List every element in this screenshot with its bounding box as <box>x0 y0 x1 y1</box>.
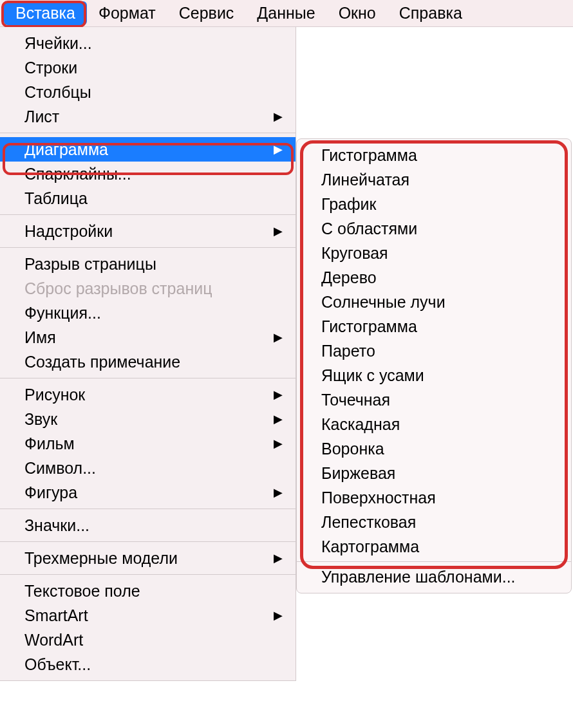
menubar-item-tools[interactable]: Сервис <box>167 1 246 25</box>
menu-item-label: Создать примечание <box>24 353 180 371</box>
menu-item-new-comment[interactable]: Создать примечание <box>0 350 296 374</box>
submenu-item-stock[interactable]: Биржевая <box>297 461 571 485</box>
submenu-item-histogram2[interactable]: Гистограмма <box>297 314 571 339</box>
submenu-item-surface[interactable]: Поверхностная <box>297 485 571 510</box>
insert-dropdown: Ячейки... Строки Столбцы Лист▶ Диаграмма… <box>0 27 296 681</box>
menu-item-label: Трехмерные модели <box>24 549 178 568</box>
submenu-item-manage-templates[interactable]: Управление шаблонами... <box>297 565 571 589</box>
submenu-item-area[interactable]: С областями <box>297 216 571 241</box>
submenu-arrow-icon: ▶ <box>274 436 283 451</box>
submenu-arrow-icon: ▶ <box>274 224 283 238</box>
menu-item-name[interactable]: Имя▶ <box>0 325 296 350</box>
submenu-arrow-icon: ▶ <box>274 109 283 124</box>
menu-item-label: Рисунок <box>24 386 85 404</box>
submenu-separator <box>297 561 571 562</box>
menu-item-picture[interactable]: Рисунок▶ <box>0 382 296 407</box>
submenu-item-radar[interactable]: Лепестковая <box>297 510 571 534</box>
menu-item-function[interactable]: Функция... <box>0 301 296 325</box>
submenu-item-sunburst[interactable]: Солнечные лучи <box>297 290 571 314</box>
menu-item-pagebreak[interactable]: Разрыв страницы <box>0 252 296 276</box>
menu-item-label: Текстовое поле <box>24 582 140 601</box>
submenu-arrow-icon: ▶ <box>274 412 283 426</box>
submenu-item-treemap[interactable]: Дерево <box>297 265 571 290</box>
submenu-item-map[interactable]: Картограмма <box>297 534 571 559</box>
menu-item-label: Значки... <box>24 516 89 535</box>
menu-item-cells[interactable]: Ячейки... <box>0 31 296 55</box>
menu-item-shape[interactable]: Фигура▶ <box>0 480 296 505</box>
menu-item-smartart[interactable]: SmartArt▶ <box>0 603 296 628</box>
menu-item-label: Объект... <box>24 655 91 674</box>
menu-item-symbol[interactable]: Символ... <box>0 456 296 480</box>
submenu-item-bar[interactable]: Линейчатая <box>297 167 571 192</box>
menu-item-columns[interactable]: Столбцы <box>0 80 296 104</box>
menu-item-label: Столбцы <box>24 83 91 102</box>
submenu-item-line[interactable]: График <box>297 192 571 216</box>
menu-item-label: Таблица <box>24 189 88 208</box>
menu-item-table[interactable]: Таблица <box>0 186 296 210</box>
menu-item-label: Надстройки <box>24 222 113 241</box>
menubar-item-help[interactable]: Справка <box>388 1 474 25</box>
menu-item-label: Функция... <box>24 304 101 322</box>
submenu-item-scatter[interactable]: Точечная <box>297 387 571 412</box>
menu-item-wordart[interactable]: WordArt <box>0 628 296 652</box>
menu-item-label: Строки <box>24 59 77 77</box>
menu-item-addins[interactable]: Надстройки▶ <box>0 219 296 243</box>
menu-item-label: SmartArt <box>24 606 88 625</box>
submenu-arrow-icon: ▶ <box>274 608 283 622</box>
menu-item-label: Спарклайны... <box>24 165 131 183</box>
menu-item-3dmodels[interactable]: Трехмерные модели▶ <box>0 546 296 570</box>
submenu-arrow-icon: ▶ <box>274 142 283 156</box>
menu-item-label: Имя <box>24 328 56 347</box>
menu-item-label: Ячейки... <box>24 34 92 53</box>
submenu-item-pie[interactable]: Круговая <box>297 241 571 265</box>
menu-item-label: Лист <box>24 107 59 126</box>
submenu-item-histogram[interactable]: Гистограмма <box>297 143 571 167</box>
menu-item-label: Звук <box>24 410 57 429</box>
menu-item-sparklines[interactable]: Спарклайны... <box>0 162 296 186</box>
menu-item-label: Символ... <box>24 459 96 478</box>
menu-item-textbox[interactable]: Текстовое поле <box>0 579 296 603</box>
chart-submenu: Гистограмма Линейчатая График С областям… <box>296 138 572 593</box>
menu-item-label: WordArt <box>24 631 83 649</box>
menu-item-sheet[interactable]: Лист▶ <box>0 104 296 129</box>
menu-item-label: Сброс разрывов страниц <box>24 279 212 298</box>
menubar-item-data[interactable]: Данные <box>245 1 326 25</box>
menu-item-label: Фильм <box>24 434 75 453</box>
menu-item-label: Диаграмма <box>24 140 108 159</box>
submenu-item-funnel[interactable]: Воронка <box>297 436 571 461</box>
menu-item-label: Разрыв страницы <box>24 255 156 274</box>
submenu-item-pareto[interactable]: Парето <box>297 339 571 363</box>
menu-item-reset-pagebreaks: Сброс разрывов страниц <box>0 276 296 301</box>
menubar-item-window[interactable]: Окно <box>327 1 388 25</box>
menu-item-label: Фигура <box>24 483 77 502</box>
submenu-arrow-icon: ▶ <box>274 485 283 499</box>
menubar-item-format[interactable]: Формат <box>87 1 167 25</box>
menubar: Вставка Формат Сервис Данные Окно Справк… <box>0 0 573 27</box>
menu-item-movie[interactable]: Фильм▶ <box>0 431 296 456</box>
menu-item-object[interactable]: Объект... <box>0 652 296 677</box>
menu-item-icons[interactable]: Значки... <box>0 513 296 537</box>
submenu-arrow-icon: ▶ <box>274 330 283 344</box>
submenu-item-waterfall[interactable]: Каскадная <box>297 412 571 436</box>
menu-item-chart[interactable]: Диаграмма▶ <box>0 137 296 162</box>
menu-item-audio[interactable]: Звук▶ <box>0 407 296 431</box>
menubar-item-insert[interactable]: Вставка <box>4 1 87 25</box>
submenu-arrow-icon: ▶ <box>274 387 283 402</box>
menu-item-rows[interactable]: Строки <box>0 55 296 80</box>
submenu-arrow-icon: ▶ <box>274 551 283 565</box>
submenu-item-boxwhisker[interactable]: Ящик с усами <box>297 363 571 387</box>
